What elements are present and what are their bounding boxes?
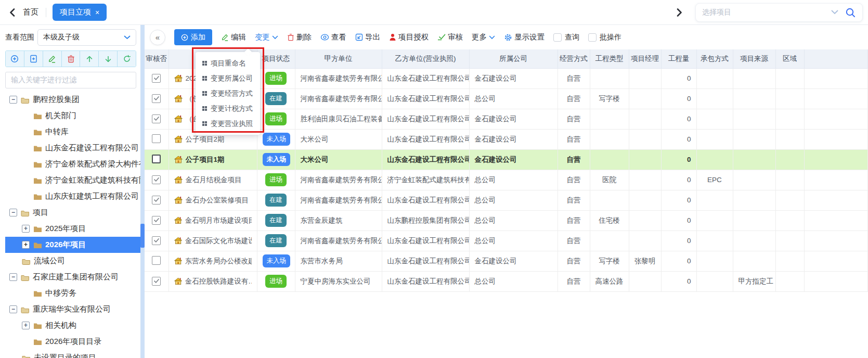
row-checkbox[interactable] <box>152 236 161 245</box>
scrollbar-thumb[interactable] <box>140 224 145 248</box>
view-button[interactable]: 查看 <box>320 32 346 42</box>
column-header-quantity[interactable]: 工程量 <box>661 49 696 68</box>
column-header-check[interactable]: 审核否 <box>145 49 169 68</box>
status-badge[interactable]: 进场 <box>265 173 287 186</box>
audit-button[interactable]: 审核 <box>437 32 463 42</box>
project-authorize-button[interactable]: 项目授权 <box>389 32 429 42</box>
row-checkbox[interactable] <box>152 155 161 163</box>
tree-add-child-button[interactable] <box>24 51 43 67</box>
column-header-source[interactable]: 项目来源 <box>733 49 775 68</box>
menu-item-变更计税方式[interactable]: 变更计税方式 <box>196 101 260 116</box>
project-select-input[interactable]: 选择项目 <box>695 3 863 22</box>
status-badge[interactable]: 在建 <box>265 234 287 247</box>
tree-item[interactable]: +2025年项目 <box>5 221 140 237</box>
menu-item-项目重命名[interactable]: 项目重命名 <box>196 56 260 71</box>
menu-item-变更所属公司[interactable]: 变更所属公司 <box>196 71 260 86</box>
column-header-contract[interactable]: 承包方式 <box>696 49 733 68</box>
export-button[interactable]: 导出 <box>355 32 380 42</box>
search-icon[interactable] <box>845 7 856 18</box>
status-badge[interactable]: 未入场 <box>263 254 291 267</box>
tree-add-button[interactable] <box>6 51 24 67</box>
expand-icon[interactable]: + <box>22 225 30 233</box>
status-badge[interactable]: 进场 <box>265 72 287 85</box>
tree-item[interactable]: 山东庆虹建筑工程有限公司 <box>5 188 140 204</box>
tab-close-icon[interactable]: × <box>95 9 99 16</box>
sidebar-scrollbar[interactable] <box>140 25 145 358</box>
edit-button[interactable]: 编辑 <box>221 32 246 42</box>
status-badge[interactable]: 在建 <box>265 194 287 207</box>
status-badge[interactable]: 在建 <box>265 214 287 227</box>
delete-button[interactable]: 删除 <box>287 32 312 42</box>
row-checkbox[interactable] <box>152 277 161 286</box>
expand-icon[interactable]: + <box>22 322 30 329</box>
row-checkbox[interactable] <box>152 196 161 204</box>
column-header-region[interactable]: 区域 <box>775 49 804 68</box>
tree-delete-button[interactable] <box>62 51 81 67</box>
status-badge[interactable]: 进场 <box>265 112 287 125</box>
collapse-sidebar-button[interactable]: « <box>150 30 165 45</box>
row-checkbox[interactable] <box>152 216 161 225</box>
table-row[interactable]: 金石控股铁路建设有…进场宁夏中房海东实业公司山东金石建设工程有限公司总公司自营高… <box>145 271 868 291</box>
column-header-party_b[interactable]: 乙方单位(营业执照) <box>382 49 469 68</box>
row-checkbox[interactable] <box>152 134 161 143</box>
tree-item[interactable]: −项目 <box>5 204 140 221</box>
column-header-manager[interactable]: 项目经理 <box>629 49 661 68</box>
collapse-icon[interactable]: − <box>9 96 17 104</box>
tree-refresh-button[interactable] <box>118 51 136 67</box>
menu-item-变更经营方式[interactable]: 变更经营方式 <box>196 86 260 101</box>
tree-move-up-button[interactable] <box>80 51 99 67</box>
collapse-icon[interactable]: − <box>9 209 17 216</box>
tree-edit-button[interactable] <box>43 51 62 67</box>
scope-select[interactable]: 本级及子级 <box>37 29 136 46</box>
forward-icon[interactable] <box>672 6 686 19</box>
table-row[interactable]: 东营水务局办公楼改建未入场东营市水务局山东金石建设工程有限公司金石建设公司自营写… <box>145 251 868 271</box>
row-checkbox[interactable] <box>152 94 161 103</box>
status-badge[interactable]: 未入场 <box>263 153 291 166</box>
status-badge[interactable]: 在建 <box>265 92 287 105</box>
more-button[interactable]: 更多 <box>472 32 495 42</box>
tree-item[interactable]: −石家庄建工集团有限公司 <box>5 269 140 285</box>
tree-item[interactable]: 中转库 <box>5 124 140 140</box>
table-row[interactable]: 金石月结税金项目进场河南省鑫泰建筑劳务有限公济宁金虹装配式建筑科技有总公司自营医… <box>145 170 868 190</box>
row-checkbox[interactable] <box>152 175 161 184</box>
tree-item[interactable]: 中移劳务 <box>5 285 140 301</box>
back-icon[interactable] <box>5 6 19 19</box>
menu-item-变更营业执照[interactable]: 变更营业执照 <box>196 116 260 131</box>
table-row[interactable]: 金石明月市场建设项目在建东营金辰建筑山东鹏程控股集团有限公司总公司自营住宅楼0 <box>145 210 868 231</box>
batch-checkbox[interactable]: 批操作 <box>588 33 621 42</box>
tree-item[interactable]: 山东金石建设工程有限公司 <box>5 140 140 156</box>
collapse-icon[interactable]: − <box>9 305 17 313</box>
query-checkbox[interactable]: 查询 <box>553 33 579 42</box>
expand-icon[interactable]: + <box>22 241 30 249</box>
status-badge[interactable]: 未入场 <box>263 133 291 146</box>
display-settings-button[interactable]: 显示设置 <box>504 32 545 42</box>
change-button[interactable]: 变更 <box>255 32 278 42</box>
table-row[interactable]: 金石国际文化市场建设在建河南省鑫泰建筑劳务有限公山东金石建设工程有限公司总公司自… <box>145 231 868 251</box>
tree-item[interactable]: 未设置目录的项目 <box>5 350 140 358</box>
column-header-status[interactable]: 项目状态 <box>257 49 295 68</box>
checkbox-icon[interactable] <box>588 33 597 42</box>
table-row[interactable]: 金石办公室装修项目在建河南省鑫泰建筑劳务有限公山东金石建设工程有限公司总公司自营… <box>145 190 868 210</box>
tree-item[interactable]: 机关部门 <box>5 108 140 124</box>
tree-item[interactable]: +相关机构 <box>5 317 140 334</box>
status-badge[interactable]: 进场 <box>265 275 287 288</box>
tree-item[interactable]: −鹏程控股集团 <box>5 92 140 108</box>
tree-item[interactable]: 济宁金虹装配式建筑科技有限公司 <box>5 172 140 188</box>
checkbox-icon[interactable] <box>553 33 562 42</box>
tab-project-initiation[interactable]: 项目立项 × <box>53 4 107 21</box>
tree-filter-input[interactable]: 输入关键字进行过滤 <box>5 72 136 88</box>
tree-item[interactable]: +2026年项目 <box>5 237 140 253</box>
tree-item[interactable]: 济宁金桥装配式桥梁大构件有限公司 <box>5 156 140 172</box>
tree-item[interactable]: −重庆瑞华实业有限公司 <box>5 301 140 317</box>
column-header-party_a[interactable]: 甲方单位 <box>295 49 382 68</box>
column-header-operation[interactable]: 经营方式 <box>558 49 590 68</box>
column-header-type[interactable]: 工程类型 <box>590 49 629 68</box>
add-button[interactable]: 添加 <box>174 29 212 45</box>
row-checkbox[interactable] <box>152 114 161 123</box>
column-header-company[interactable]: 所属公司 <box>469 49 558 68</box>
table-row[interactable]: 公子项目1期未入场大米公司山东金石建设工程有限公司金石建设公司自营0 <box>145 149 868 170</box>
tree-item[interactable]: 2026年项目目录 <box>5 334 140 350</box>
tree-move-down-button[interactable] <box>99 51 118 67</box>
tab-home[interactable]: 首页 <box>23 7 38 17</box>
row-checkbox[interactable] <box>152 256 161 265</box>
